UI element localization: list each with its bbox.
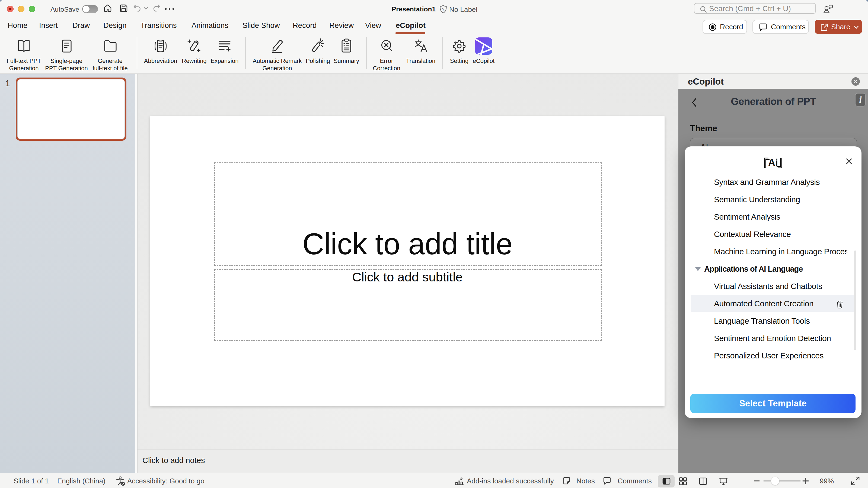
svg-text:?: ?: [442, 7, 444, 11]
